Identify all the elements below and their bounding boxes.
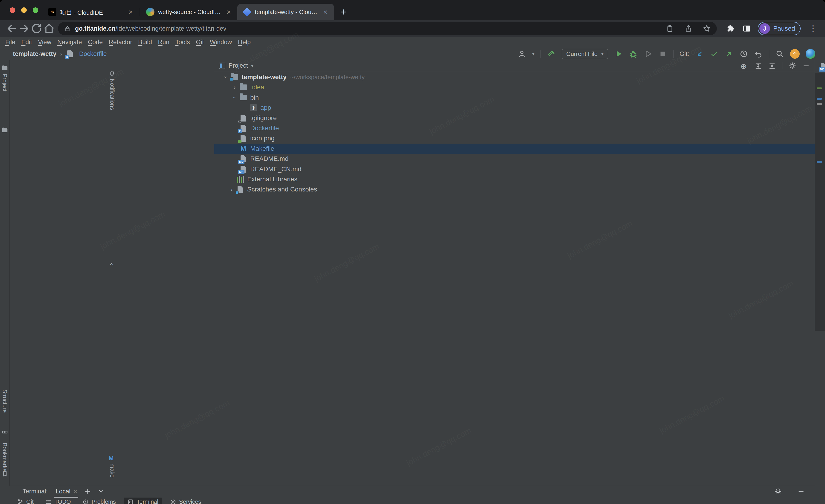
make-toolwindow-icon[interactable]: M [108,455,116,461]
tree-item-.idea[interactable]: ›.idea [214,82,815,92]
hide-stripe-chevron[interactable]: ‹ [108,263,116,265]
home-icon[interactable] [43,22,55,35]
bookmark-star-icon[interactable] [702,24,711,33]
history-icon[interactable] [739,50,748,58]
close-tab-icon[interactable]: × [322,8,328,16]
profile-button[interactable]: J Paused [758,22,801,35]
minimize-window-button[interactable] [21,7,27,13]
right-tab-make[interactable]: make [109,464,116,478]
project-panel-title[interactable]: Project [229,62,248,69]
profile-settings-icon[interactable] [518,50,526,58]
left-tab-project[interactable]: Project [1,74,8,92]
tree-item-.gitignore[interactable]: .gitignore [214,113,815,123]
code-editor[interactable]: 62 # 设置路径环境变量63 && echo "export PATH=${U… [815,73,825,331]
terminal-tab-local[interactable]: Local [56,488,71,495]
build-hammer-icon[interactable] [547,50,556,58]
commit-toolwindow-icon[interactable] [1,127,8,134]
address-bar[interactable]: go.titanide.cn/ide/web/coding/template-w… [58,22,717,35]
tree-item-scratchesandconsoles[interactable]: ›Scratches and Consoles [214,184,815,194]
browser-tab[interactable]: wetty-source - CloudIDE× [141,4,237,20]
terminal-settings-gear-icon[interactable] [774,488,782,495]
close-terminal-tab-icon[interactable]: × [74,488,77,495]
tree-caret-icon[interactable]: › [231,93,238,102]
menu-navigate[interactable]: Navigate [54,39,85,46]
menu-help[interactable]: Help [235,39,254,46]
stop-icon[interactable] [658,50,667,58]
new-tab-button[interactable]: + [337,5,350,19]
forward-icon[interactable] [18,22,30,35]
editor-tab-readme.md[interactable]: MDREADME.md× [815,60,825,73]
menu-window[interactable]: Window [207,39,235,46]
menu-run[interactable]: Run [155,39,172,46]
locate-file-icon[interactable]: ⊕ [741,62,748,70]
right-tab-notifications[interactable]: Notifications [109,79,116,110]
browser-menu-icon[interactable]: ⋮ [807,24,820,33]
panel-settings-gear-icon[interactable] [789,62,796,70]
reload-icon[interactable] [30,22,43,35]
bookmark-icon[interactable] [1,471,8,477]
side-panel-icon[interactable] [742,24,751,33]
tree-caret-icon[interactable]: › [222,73,229,82]
git-update-icon[interactable] [695,50,704,58]
terminal-dropdown-icon[interactable] [97,488,105,495]
notifications-bell-icon[interactable] [108,70,116,77]
toolwindow-button-problems[interactable]: Problems [79,498,120,504]
git-commit-icon[interactable] [710,50,719,58]
tree-caret-icon[interactable]: › [230,84,239,91]
close-window-button[interactable] [10,7,15,13]
maximize-window-button[interactable] [33,7,38,13]
toolwindow-button-terminal[interactable]: Terminal [124,498,162,504]
extensions-puzzle-icon[interactable] [727,24,735,33]
menu-build[interactable]: Build [135,39,155,46]
tree-item-template-wetty[interactable]: ›template-wetty~/workspace/template-wett… [214,72,815,82]
menu-tools[interactable]: Tools [172,39,193,46]
browser-tab[interactable]: ‹t›项目 - CloudIDE× [43,4,139,20]
tree-item-readme_cn.md[interactable]: MDREADME_CN.md [214,164,815,174]
breadcrumb-project[interactable]: template-wetty [13,51,56,58]
run-icon[interactable] [614,50,623,58]
toolwindow-button-git[interactable]: Git [13,498,37,504]
grid-icon[interactable] [1,428,8,435]
tree-item-dockerfile[interactable]: DDockerfile [214,123,815,133]
new-terminal-icon[interactable] [84,488,91,495]
tree-caret-icon[interactable]: › [227,186,236,193]
tree-item-readme.md[interactable]: MDREADME.md [214,154,815,164]
coverage-icon[interactable] [644,50,652,58]
menu-file[interactable]: File [2,39,18,46]
hide-panel-icon[interactable] [802,62,810,70]
tree-item-app[interactable]: ❯app [214,103,815,113]
rollback-icon[interactable] [754,50,763,58]
debug-icon[interactable] [629,50,638,58]
update-available-icon[interactable] [790,49,800,59]
clipboard-icon[interactable] [666,24,674,33]
toolwindow-button-services[interactable]: Services [166,498,205,504]
expand-all-icon[interactable] [754,62,762,70]
back-icon[interactable] [5,22,18,35]
menu-edit[interactable]: Edit [18,39,35,46]
left-tab-structure[interactable]: Structure [1,390,8,413]
browser-tab[interactable]: template-wetty - CloudIDE× [237,4,334,20]
close-tab-icon[interactable]: × [128,8,134,16]
tree-item-bin[interactable]: ›bin [214,92,815,103]
url-host: go.titanide.cn [75,25,116,32]
collapse-all-icon[interactable] [768,62,776,70]
hide-terminal-icon[interactable] [798,488,805,495]
menu-git[interactable]: Git [193,39,207,46]
tree-item-makefile[interactable]: MMakefile [214,144,815,154]
toolwindow-button-todo[interactable]: TODO [42,498,75,504]
tree-item-icon.png[interactable]: icon.png [214,133,815,143]
search-everywhere-icon[interactable] [775,50,784,58]
share-icon[interactable] [684,24,692,33]
close-tab-icon[interactable]: × [226,8,232,16]
project-toolwindow-icon[interactable] [1,65,8,71]
breadcrumb-file[interactable]: D Dockerfile [66,50,107,58]
run-config-select[interactable]: Current File▾ [562,49,608,59]
git-push-icon[interactable] [725,50,733,58]
code-with-me-icon[interactable] [806,49,815,59]
ch evron-down-icon[interactable]: ▾ [251,63,253,69]
menu-code[interactable]: Code [85,39,106,46]
left-tab-bookmarks[interactable]: Bookmarks [1,443,8,472]
menu-refactor[interactable]: Refactor [106,39,135,46]
tree-item-externallibraries[interactable]: External Libraries [214,174,815,184]
menu-view[interactable]: View [35,39,54,46]
